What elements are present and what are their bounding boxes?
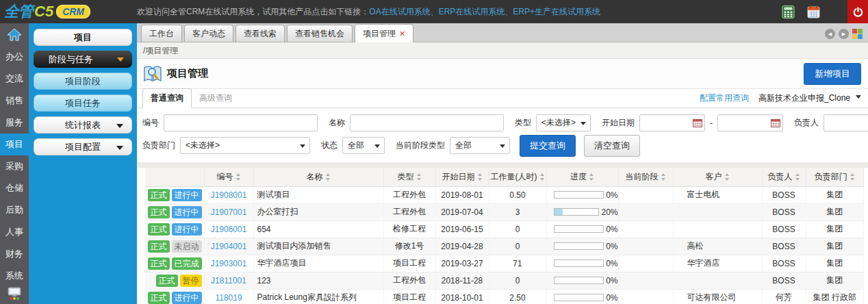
logout-power-button[interactable] <box>847 0 868 23</box>
link-erp-prod-trial[interactable]: ERP+生产在线试用系统 <box>513 7 600 16</box>
sidebar-item-purchasing[interactable]: 采购 <box>0 155 29 177</box>
status-badge: 正式 <box>156 275 178 287</box>
chevron-down-icon <box>117 58 124 62</box>
sidebar-item-office[interactable]: 办公 <box>0 46 29 68</box>
dept: 集团 <box>806 272 864 289</box>
sort-icon <box>850 173 855 181</box>
calculator-icon[interactable] <box>782 5 795 18</box>
progress-text: 0% <box>606 190 617 200</box>
status-select[interactable]: 全部 <box>342 137 385 154</box>
header-customer[interactable]: 客户 <box>673 168 762 186</box>
calendar-icon[interactable] <box>807 5 820 18</box>
project-name: 测试项目 <box>253 186 383 203</box>
sidebar-item-hr[interactable]: 人事 <box>0 221 29 243</box>
header-name[interactable]: 名称 <box>253 168 383 186</box>
stage-type-select[interactable]: 全部 <box>450 137 510 154</box>
status-badge: 正式 <box>148 223 170 236</box>
sidebar-item-warehouse[interactable]: 仓储 <box>0 177 29 199</box>
sidebar-item-logistics[interactable]: 后勤 <box>0 199 29 221</box>
project-code-link[interactable]: J1908001 <box>204 186 253 203</box>
query-tab-basic[interactable]: 普通查询 <box>142 88 192 108</box>
tab-project-management[interactable]: 项目管理✕ <box>355 24 413 42</box>
table-row[interactable]: 正式已完成 J1903001 华宇酒店项目 项目工程 2019-03-27 71… <box>145 255 864 272</box>
progress-bar <box>554 259 604 267</box>
submit-query-button[interactable]: 提交查询 <box>520 135 576 157</box>
home-icon[interactable] <box>7 23 22 46</box>
status-badge: 进行中 <box>172 206 202 218</box>
tab-scroll-right-button[interactable]: ▶ <box>839 29 849 39</box>
date-picker-icon[interactable] <box>693 118 702 127</box>
workstation-icon[interactable] <box>6 287 23 304</box>
tab-controls: ◀ ▶ <box>825 29 868 42</box>
code-input[interactable] <box>164 114 318 131</box>
header-workload[interactable]: 工作量(人时) <box>489 168 546 186</box>
current-stage <box>618 238 673 255</box>
sidebar-item-system[interactable]: 系统 <box>0 265 29 287</box>
project-type: 检修工程 <box>383 220 435 238</box>
progress-cell: 0% <box>547 259 618 268</box>
current-stage <box>618 255 673 272</box>
header-progress[interactable]: 进度 <box>546 168 618 186</box>
clear-query-button[interactable]: 清空查询 <box>584 135 640 157</box>
tab-customer-activity[interactable]: 客户动态 <box>184 25 233 42</box>
header-status <box>145 168 204 186</box>
close-icon[interactable]: ✕ <box>399 29 405 38</box>
page-title: 项目管理 <box>167 67 208 80</box>
link-oa-trial[interactable]: OA在线试用系统 <box>369 7 430 16</box>
panel-item-project-stages[interactable]: 项目阶段 <box>34 73 132 90</box>
header-owner[interactable]: 负责人 <box>762 168 806 186</box>
status-badge: 正式 <box>148 257 170 270</box>
header-dept[interactable]: 负责部门 <box>806 168 864 186</box>
panel-section-stages-tasks[interactable]: 阶段与任务 <box>34 51 132 68</box>
table-row[interactable]: 正式进行中 J1907001 办公室打扫 工程外包 2019-07-04 3 2… <box>145 203 864 220</box>
table-row[interactable]: 正式进行中 118019 Patrick Leung家具設計系列 项目工程 20… <box>145 289 864 304</box>
header-code[interactable]: 编号 <box>204 168 253 186</box>
project-code-link[interactable]: 118019 <box>204 289 253 304</box>
project-code-link[interactable]: J1906001 <box>204 220 253 238</box>
configure-saved-queries-link[interactable]: 配置常用查询 <box>700 92 749 104</box>
workload: 71 <box>489 255 546 272</box>
start-date: 2018-10-01 <box>435 289 489 304</box>
link-erp-trial[interactable]: ERP在线试用系统 <box>439 7 505 16</box>
sidebar-item-service[interactable]: 服务 <box>0 112 29 134</box>
type-select[interactable]: <未选择> <box>536 114 591 131</box>
start-date-label: 开始日期 <box>602 117 635 129</box>
project-code-link[interactable]: J1904001 <box>204 238 253 255</box>
date-picker-icon[interactable] <box>771 118 780 127</box>
table-row[interactable]: 正式未启动 J1904001 测试项目内添加销售 修改1号 2019-04-28… <box>145 238 864 255</box>
tab-grid-icon[interactable] <box>852 29 863 39</box>
tab-scroll-left-button[interactable]: ◀ <box>825 29 835 39</box>
tab-view-leads[interactable]: 查看线索 <box>235 25 285 42</box>
project-code-link[interactable]: J1903001 <box>204 255 253 272</box>
header-type[interactable]: 类型 <box>383 168 435 186</box>
sidebar-item-sales[interactable]: 销售 <box>0 90 29 112</box>
saved-query-select[interactable]: 高新技术企业申报_Clone <box>758 92 861 104</box>
project-code-link[interactable]: J1907001 <box>204 203 253 220</box>
panel-section-statistics[interactable]: 统计报表 <box>34 116 132 134</box>
table-row[interactable]: 正式进行中 J1908001 测试项目 工程外包 2019-08-01 0.50… <box>145 186 864 203</box>
table-row[interactable]: 正式进行中 J1906001 654 检修工程 2019-06-15 0 0% … <box>145 220 864 238</box>
name-input[interactable] <box>350 114 504 131</box>
header-start-date[interactable]: 开始日期 <box>435 168 489 186</box>
panel-section-project-config[interactable]: 项目配置 <box>34 138 132 155</box>
header-current-stage[interactable]: 当前阶段 <box>618 168 673 186</box>
dept-select-value: <未选择> <box>186 140 220 151</box>
sidebar-item-finance[interactable]: 财务 <box>0 243 29 265</box>
customer <box>673 203 762 220</box>
logo-text-c5: C5 <box>34 3 53 21</box>
tab-workbench[interactable]: 工作台 <box>141 25 182 42</box>
sidebar-item-project[interactable]: 项目 <box>0 134 29 155</box>
tab-view-sales-opportunities[interactable]: 查看销售机会 <box>287 25 353 42</box>
owner-input[interactable] <box>824 114 868 131</box>
dept-select[interactable]: <未选择> <box>180 137 310 154</box>
table-row[interactable]: 正式暂停 J1811001 123 工程外包 2018-11-28 0 0% B… <box>145 272 864 289</box>
new-project-button[interactable]: 新增项目 <box>804 63 861 85</box>
chevron-down-icon <box>856 95 861 99</box>
project-code-link[interactable]: J1811001 <box>204 272 253 289</box>
current-stage <box>618 220 673 238</box>
query-tab-advanced[interactable]: 高级查询 <box>192 89 240 107</box>
panel-header-project[interactable]: 项目 <box>34 29 132 46</box>
panel-item-project-tasks[interactable]: 项目任务 <box>34 94 132 112</box>
sidebar-item-communication[interactable]: 交流 <box>0 68 29 90</box>
table-header-row: 编号 名称 类型 开始日期 工作量(人时) 进度 当前阶段 客户 负责人 负责部… <box>145 168 864 186</box>
